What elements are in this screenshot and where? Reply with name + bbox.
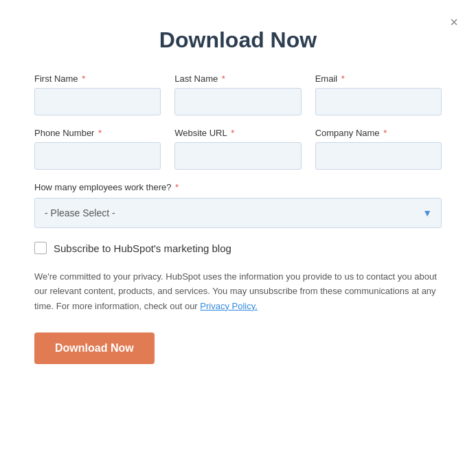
company-required: * — [381, 128, 387, 138]
employee-required-star: * — [172, 182, 179, 192]
website-input[interactable] — [174, 142, 301, 170]
employee-label: How many employees work there? * — [34, 182, 442, 192]
close-button[interactable]: × — [447, 12, 461, 32]
subscribe-row: Subscribe to HubSpot's marketing blog — [34, 242, 442, 254]
phone-label: Phone Number * — [34, 128, 161, 138]
subscribe-label[interactable]: Subscribe to HubSpot's marketing blog — [54, 242, 231, 254]
website-required: * — [229, 128, 235, 138]
company-label: Company Name * — [315, 128, 442, 138]
privacy-policy-link[interactable]: Privacy Policy. — [200, 301, 258, 311]
form-row-1: First Name * Last Name * Email * — [34, 74, 442, 115]
email-required: * — [339, 74, 345, 84]
last-name-required: * — [219, 74, 225, 84]
first-name-required: * — [80, 74, 86, 84]
company-group: Company Name * — [315, 128, 442, 170]
phone-input[interactable] — [34, 142, 161, 170]
modal-container: × Download Now First Name * Last Name * … — [0, 0, 476, 474]
first-name-label: First Name * — [34, 74, 161, 84]
last-name-label: Last Name * — [174, 74, 301, 84]
last-name-input[interactable] — [174, 88, 301, 115]
employee-section: How many employees work there? * - Pleas… — [34, 182, 442, 228]
download-now-button[interactable]: Download Now — [34, 332, 155, 364]
phone-required: * — [95, 128, 102, 138]
website-label: Website URL * — [174, 128, 301, 138]
first-name-input[interactable] — [34, 88, 161, 115]
privacy-text: We're committed to your privacy. HubSpot… — [34, 269, 442, 313]
employee-select[interactable]: - Please Select - 1-10 11-50 51-200 201-… — [34, 198, 442, 228]
download-form: First Name * Last Name * Email * — [34, 74, 442, 364]
first-name-group: First Name * — [34, 74, 161, 115]
phone-group: Phone Number * — [34, 128, 161, 170]
last-name-group: Last Name * — [174, 74, 301, 115]
subscribe-checkbox[interactable] — [34, 242, 47, 254]
form-row-2: Phone Number * Website URL * Company Nam… — [34, 128, 442, 170]
email-label: Email * — [315, 74, 442, 84]
website-group: Website URL * — [174, 128, 301, 170]
modal-title: Download Now — [34, 27, 442, 53]
company-input[interactable] — [315, 142, 442, 170]
employee-select-wrapper: - Please Select - 1-10 11-50 51-200 201-… — [34, 198, 442, 228]
email-input[interactable] — [315, 88, 442, 115]
email-group: Email * — [315, 74, 442, 115]
